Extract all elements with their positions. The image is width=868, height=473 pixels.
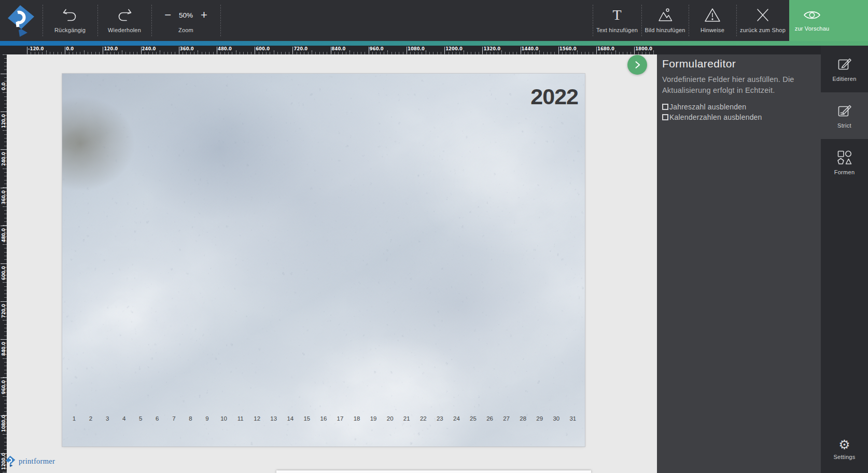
calendar-day: 5 <box>137 415 144 422</box>
panel-checkboxes: Jahreszahl ausblenden Kalenderzahlen aus… <box>662 102 815 122</box>
ruler-label: 1440.0 <box>522 46 539 51</box>
ruler-label: 1320.0 <box>483 46 500 51</box>
ruler-tick <box>1 339 7 340</box>
add-image-button[interactable]: Bild hinzufügen <box>641 0 689 41</box>
zoom-label: Zoom <box>178 27 193 33</box>
calendar-day: 16 <box>320 415 327 422</box>
calendar-page-image[interactable]: 2022 12345678910111213141516171819202122… <box>62 74 585 447</box>
svg-text:T: T <box>612 7 621 23</box>
ruler-tick <box>1 112 7 112</box>
checkbox-icon[interactable] <box>662 104 668 110</box>
settings-button[interactable]: ⚙ Settings <box>821 428 868 469</box>
printformer-logo[interactable] <box>6 5 35 37</box>
checkbox-label: Jahreszahl ausblenden <box>669 103 746 111</box>
sidebar-item-editieren[interactable]: Editieren <box>821 46 868 92</box>
ruler-label: 1680.0 <box>597 46 614 51</box>
calendar-day: 31 <box>569 415 577 422</box>
add-text-button[interactable]: T Text hinzufügen <box>593 0 641 41</box>
calendar-day: 28 <box>520 415 527 422</box>
ruler-label: 240.0 <box>142 46 156 51</box>
sidebar-item-label: Editieren <box>832 76 856 82</box>
calendar-day: 21 <box>403 415 410 422</box>
calendar-day: 20 <box>386 415 394 422</box>
settings-label: Settings <box>833 454 855 460</box>
back-to-shop-button[interactable]: zurück zum Shop <box>736 0 789 41</box>
calendar-day: 14 <box>287 415 294 422</box>
preview-label: zur Vorschau <box>795 25 830 32</box>
warning-icon <box>704 7 721 23</box>
ruler-tick <box>1 188 7 188</box>
ruler-label: 0.0 <box>66 46 74 51</box>
sidebar-item-label: Strict <box>837 122 851 129</box>
ruler-label: 120.0 <box>104 46 118 51</box>
ruler-label: 1560.0 <box>559 46 577 51</box>
calendar-day: 9 <box>204 415 211 422</box>
calendar-day: 1 <box>71 415 78 422</box>
brand-wordmark: printformer <box>19 457 55 466</box>
ruler-tick <box>1 74 7 74</box>
image-icon <box>656 7 674 23</box>
ruler-tick <box>1 378 7 378</box>
calendar-day: 19 <box>370 415 377 422</box>
calendar-day: 22 <box>419 415 427 422</box>
edit-icon <box>837 57 852 72</box>
sidebar-item-formen[interactable]: Formen <box>821 139 868 186</box>
undo-label: Rückgängig <box>54 27 86 33</box>
preview-button[interactable]: zur Vorschau <box>789 0 868 41</box>
panel-title: Formulareditor <box>662 58 815 70</box>
ruler-label: 240.0 <box>1 152 6 166</box>
image-texture <box>62 74 585 447</box>
strict-edit-icon <box>837 103 852 119</box>
redo-button[interactable]: Wiederholen <box>97 0 151 41</box>
calendar-day: 12 <box>254 415 261 422</box>
add-image-label: Bild hinzufügen <box>645 27 685 33</box>
ruler-tick <box>1 301 7 302</box>
calendar-day: 3 <box>104 415 111 422</box>
checkbox-label: Kalenderzahlen ausblenden <box>669 113 762 121</box>
undo-button[interactable]: Rückgängig <box>43 0 97 41</box>
ruler-label: 120.0 <box>1 114 6 128</box>
tools-sidebar: Editieren Strict Formen ⚙ Settings <box>821 46 868 473</box>
close-icon <box>755 7 770 23</box>
toolbar-separator <box>220 5 221 36</box>
calendar-day: 4 <box>120 415 128 422</box>
calendar-day: 26 <box>486 415 494 422</box>
calendar-day: 13 <box>270 415 277 422</box>
year-text-field[interactable]: 2022 <box>530 84 578 109</box>
printformer-footer-brand[interactable]: printformer <box>5 455 55 467</box>
vertical-ruler: 0.0120.0240.0360.0480.0600.0720.0840.096… <box>0 54 7 473</box>
calendar-day: 15 <box>303 415 311 422</box>
ruler-label: 1080.0 <box>1 415 6 432</box>
shapes-icon <box>837 150 852 165</box>
checkbox-hide-year[interactable]: Jahreszahl ausblenden <box>662 102 815 112</box>
zoom-in-button[interactable]: + <box>201 8 207 22</box>
sidebar-item-strict[interactable]: Strict <box>821 92 868 139</box>
checkbox-hide-calendar-numbers[interactable]: Kalenderzahlen ausblenden <box>662 112 815 122</box>
hints-label: Hinweise <box>701 27 724 33</box>
panel-top-strip <box>657 46 821 54</box>
ruler-label: -120.0 <box>28 46 44 51</box>
progress-gradient-bar <box>0 41 868 46</box>
ruler-label: 840.0 <box>1 342 6 356</box>
text-icon: T <box>609 7 625 23</box>
calendar-day: 27 <box>503 415 510 422</box>
form-editor-panel: Formulareditor Vordefinierte Felder hier… <box>657 54 821 473</box>
calendar-days-row[interactable]: 1234567891011121314151617181920212223242… <box>71 415 577 422</box>
zoom-value: 50% <box>179 11 193 19</box>
calendar-day: 29 <box>536 415 543 422</box>
zoom-controls: − 50% + Zoom <box>151 0 220 41</box>
zoom-out-button[interactable]: − <box>164 8 171 22</box>
ruler-label: 1080.0 <box>408 46 425 51</box>
horizontal-ruler-labels: -120.00.0120.0240.0360.0480.0600.0720.08… <box>0 46 657 54</box>
redo-icon <box>116 7 133 23</box>
calendar-day: 18 <box>353 415 360 422</box>
next-page-edge <box>276 470 591 473</box>
hints-button[interactable]: Hinweise <box>689 0 736 41</box>
calendar-day: 2 <box>87 415 94 422</box>
calendar-day: 30 <box>553 415 560 422</box>
calendar-day: 24 <box>453 415 460 422</box>
collapse-panel-button[interactable] <box>627 55 647 75</box>
toolbar: Rückgängig Wiederholen − 50% + Zoom T Te… <box>0 0 868 41</box>
checkbox-icon[interactable] <box>662 114 668 120</box>
ruler-label: 960.0 <box>370 46 384 51</box>
